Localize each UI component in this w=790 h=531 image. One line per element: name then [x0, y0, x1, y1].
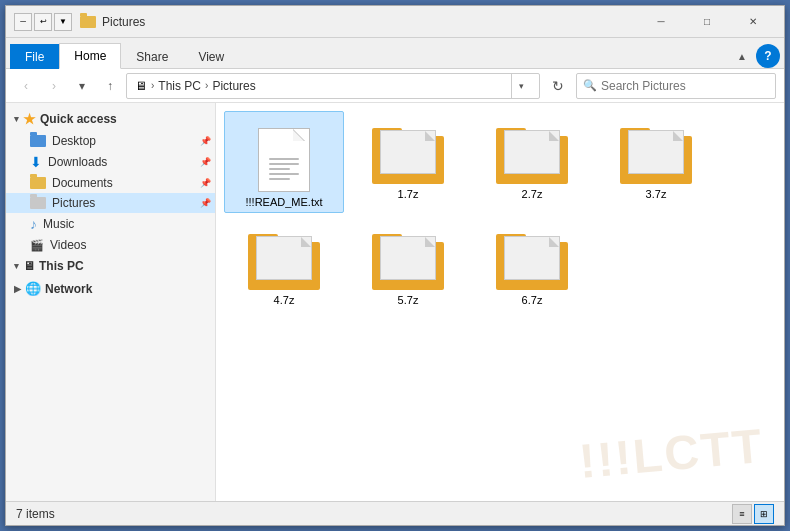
file-name-6-7z: 6.7z	[522, 294, 543, 306]
title-bar: ─ ↩ ▼ Pictures ─ □ ✕	[6, 6, 784, 38]
path-pictures[interactable]: Pictures	[212, 79, 255, 93]
sidebar-item-downloads[interactable]: ⬇ Downloads 📌	[6, 151, 215, 173]
tab-home[interactable]: Home	[59, 43, 121, 69]
archive-paper-4	[256, 236, 312, 280]
archive-body-3	[620, 136, 692, 184]
sidebar-item-desktop[interactable]: Desktop 📌	[6, 131, 215, 151]
quick-access-label: Quick access	[40, 112, 117, 126]
paper-fold-inner	[293, 130, 304, 141]
pictures-label: Pictures	[52, 196, 95, 210]
archive-paper-6	[504, 236, 560, 280]
path-this-pc[interactable]: This PC	[158, 79, 201, 93]
up-button[interactable]: ↑	[98, 74, 122, 98]
search-icon: 🔍	[583, 79, 597, 92]
downloads-label: Downloads	[48, 155, 107, 169]
txt-line-5	[269, 178, 290, 180]
view-grid-button[interactable]: ⊞	[754, 504, 774, 524]
tab-share[interactable]: Share	[121, 44, 183, 69]
status-items-count: 7 items	[16, 507, 732, 521]
path-dropdown-icon[interactable]: ▾	[511, 73, 531, 99]
file-item-1-7z[interactable]: 1.7z	[348, 111, 468, 213]
view-list-button[interactable]: ≡	[732, 504, 752, 524]
window-title: Pictures	[102, 15, 638, 29]
main-layout: ▾ ★ Quick access Desktop 📌 ⬇ Downloads 📌…	[6, 103, 784, 501]
sidebar-item-music[interactable]: ♪ Music	[6, 213, 215, 235]
file-explorer-window: ─ ↩ ▼ Pictures ─ □ ✕ File Home Share Vie…	[5, 5, 785, 526]
downloads-icon: ⬇	[30, 154, 42, 170]
forward-button[interactable]: ›	[42, 74, 66, 98]
path-icon: 🖥	[135, 79, 147, 93]
dropdown-recent-button[interactable]: ▾	[70, 74, 94, 98]
search-input[interactable]	[601, 79, 769, 93]
quick-save-btn[interactable]: ─	[14, 13, 32, 31]
network-chevron-icon: ▶	[14, 284, 21, 294]
downloads-pin-icon: 📌	[200, 157, 211, 167]
sidebar-item-pictures[interactable]: Pictures 📌	[6, 193, 215, 213]
watermark: !!!LCTT	[577, 418, 766, 489]
quick-undo-btn[interactable]: ↩	[34, 13, 52, 31]
archive-icon-6	[496, 226, 568, 290]
desktop-pin-icon: 📌	[200, 136, 211, 146]
tab-view[interactable]: View	[183, 44, 239, 69]
close-button[interactable]: ✕	[730, 6, 776, 38]
archive-body-5	[372, 242, 444, 290]
sidebar-section-this-pc[interactable]: ▾ 🖥 This PC	[6, 255, 215, 277]
network-label: Network	[45, 282, 92, 296]
this-pc-label: This PC	[39, 259, 84, 273]
address-path[interactable]: 🖥 › This PC › Pictures ▾	[126, 73, 540, 99]
sidebar-section-network[interactable]: ▶ 🌐 Network	[6, 277, 215, 300]
archive-icon-5	[372, 226, 444, 290]
file-item-6-7z[interactable]: 6.7z	[472, 217, 592, 311]
pc-icon: 🖥	[23, 259, 35, 273]
path-separator-2: ›	[205, 80, 208, 91]
address-bar: ‹ › ▾ ↑ 🖥 › This PC › Pictures ▾ ↻ 🔍	[6, 69, 784, 103]
sidebar: ▾ ★ Quick access Desktop 📌 ⬇ Downloads 📌…	[6, 103, 216, 501]
videos-label: Videos	[50, 238, 86, 252]
maximize-button[interactable]: □	[684, 6, 730, 38]
quick-expand-btn[interactable]: ▼	[54, 13, 72, 31]
file-item-2-7z[interactable]: 2.7z	[472, 111, 592, 213]
archive-body	[372, 136, 444, 184]
ribbon-expand-area: ▲ ?	[730, 44, 780, 68]
txt-line-1	[269, 158, 299, 160]
sidebar-item-documents[interactable]: Documents 📌	[6, 173, 215, 193]
archive-paper-2	[504, 130, 560, 174]
archive-body-6	[496, 242, 568, 290]
sidebar-item-videos[interactable]: 🎬 Videos	[6, 235, 215, 255]
file-item-5-7z[interactable]: 5.7z	[348, 217, 468, 311]
archive-icon-2	[496, 120, 568, 184]
help-button[interactable]: ?	[756, 44, 780, 68]
network-icon: 🌐	[25, 281, 41, 296]
search-box[interactable]: 🔍	[576, 73, 776, 99]
archive-icon-1	[372, 120, 444, 184]
txt-line-2	[269, 163, 299, 165]
file-item-3-7z[interactable]: 3.7z	[596, 111, 716, 213]
archive-icon-4	[248, 226, 320, 290]
file-item-readme[interactable]: !!!READ_ME.txt	[224, 111, 344, 213]
quick-access-chevron-icon: ▾	[14, 114, 19, 124]
status-bar: 7 items ≡ ⊞	[6, 501, 784, 525]
back-button[interactable]: ‹	[14, 74, 38, 98]
this-pc-chevron-icon: ▾	[14, 261, 19, 271]
archive-icon-3	[620, 120, 692, 184]
file-name-3-7z: 3.7z	[646, 188, 667, 200]
file-item-4-7z[interactable]: 4.7z	[224, 217, 344, 311]
file-name-5-7z: 5.7z	[398, 294, 419, 306]
tab-file[interactable]: File	[10, 44, 59, 69]
pictures-folder-icon	[30, 197, 46, 209]
refresh-button[interactable]: ↻	[544, 72, 572, 100]
archive-paper-fold	[425, 131, 435, 141]
archive-body-2	[496, 136, 568, 184]
view-buttons: ≡ ⊞	[732, 504, 774, 524]
file-name-2-7z: 2.7z	[522, 188, 543, 200]
archive-paper-fold-6	[549, 237, 559, 247]
minimize-button[interactable]: ─	[638, 6, 684, 38]
desktop-label: Desktop	[52, 134, 96, 148]
path-separator-1: ›	[151, 80, 154, 91]
desktop-folder-icon	[30, 135, 46, 147]
music-label: Music	[43, 217, 74, 231]
sidebar-section-quick-access[interactable]: ▾ ★ Quick access	[6, 107, 215, 131]
documents-folder-icon	[30, 177, 46, 189]
ribbon-chevron-icon[interactable]: ▲	[730, 44, 754, 68]
txt-file-icon	[254, 120, 314, 192]
